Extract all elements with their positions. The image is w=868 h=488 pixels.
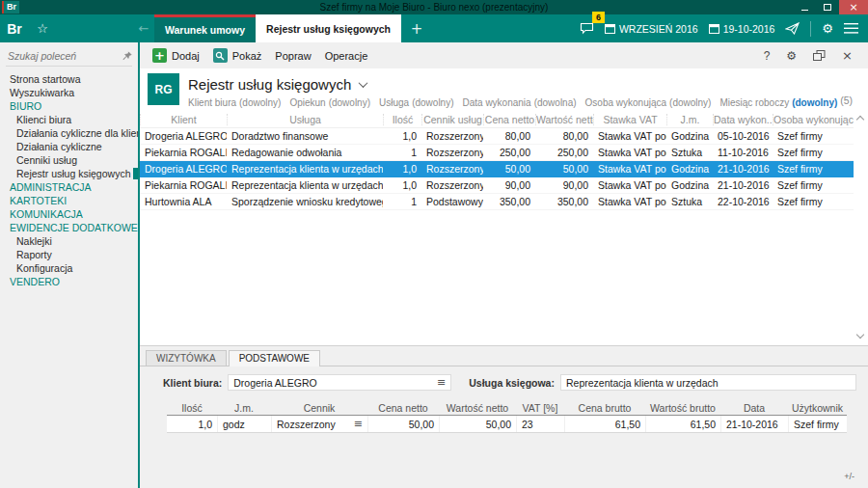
detail-tab[interactable]: WIZYTÓWKA — [146, 350, 227, 366]
sidebar-item[interactable]: BIURO — [0, 99, 138, 113]
view-settings-gear-icon[interactable]: ⚙ — [786, 49, 797, 63]
sidebar-item[interactable]: Wyszukiwarka — [0, 86, 138, 99]
cell-cennik[interactable]: Rozszerzony ≡ — [271, 416, 367, 432]
paper-plane-icon — [785, 22, 800, 35]
sidebar-item[interactable]: Konfiguracja — [0, 261, 138, 275]
search-input[interactable] — [6, 49, 114, 63]
filter-name: Miesiąc roboczy — [719, 97, 789, 108]
service-field[interactable]: Reprezentacja klienta w urzędach — [560, 374, 856, 391]
cell-klient: Piekarnia ROGALIK — [140, 147, 227, 158]
column-header[interactable]: Stawka VAT — [593, 114, 666, 125]
column-header[interactable]: Cena netto — [483, 114, 535, 125]
cell-data-wykonania: 11-10-2016 — [713, 147, 773, 158]
help-button[interactable]: ? — [764, 49, 771, 63]
sidebar-item[interactable]: Działania cykliczne — [0, 140, 138, 153]
sidebar-item[interactable]: Naklejki — [0, 234, 138, 248]
sidebar-item-label: Wyszukiwarka — [10, 87, 74, 98]
app-logo[interactable]: Br — [0, 14, 29, 42]
filter[interactable]: Miesiąc roboczy (dowolny) — [719, 97, 837, 108]
send-button[interactable] — [785, 22, 800, 35]
filter[interactable]: Usługa (dowolny) — [379, 97, 454, 108]
scroll-up-button[interactable] — [857, 117, 863, 122]
filter[interactable]: Data wykonania (dowolna) — [463, 97, 577, 108]
minimize-button[interactable] — [793, 0, 816, 14]
column-header[interactable]: Usługa — [227, 114, 383, 125]
scroll-down-button[interactable] — [857, 332, 863, 338]
settings-gear-icon[interactable]: ⚙ — [822, 22, 833, 35]
show-button[interactable]: Pokaż — [206, 45, 269, 67]
tab-warunek-umowy[interactable]: Warunek umowy — [154, 14, 256, 42]
client-field[interactable]: Drogeria ALEGRO ≡ — [228, 374, 451, 391]
cell-klient: Drogeria ALEGRO — [140, 130, 227, 142]
current-date-picker[interactable]: 19-10-2016 — [709, 23, 775, 35]
back-icon[interactable]: ← — [133, 14, 154, 42]
notifications-button[interactable]: 6 — [580, 22, 594, 35]
new-tab-button[interactable]: + — [401, 14, 432, 42]
sidebar-item[interactable]: KOMUNIKACJA — [0, 207, 138, 221]
operations-button[interactable]: Operacje — [318, 45, 375, 67]
column-header[interactable]: Cennik usług — [421, 114, 483, 125]
dropdown-menu-icon[interactable]: ≡ — [354, 419, 363, 429]
sidebar-item[interactable]: Raporty — [0, 248, 138, 261]
content: + Dodaj Pokaż Popraw Operacje ? ⚙ — [140, 42, 868, 488]
table-row[interactable]: Drogeria ALEGRO Doradztwo finansowe 1,0 … — [140, 128, 854, 145]
tab-rejestr-uslug-ksiegowych[interactable]: Rejestr usług księgowych — [256, 14, 401, 42]
favorites-star-icon[interactable]: ☆ — [29, 14, 56, 42]
window-controls: × — [793, 0, 868, 14]
menu-button[interactable] — [844, 23, 858, 34]
service-label: Usługa księgowa: — [469, 377, 555, 389]
column-header[interactable]: Ilość — [383, 114, 421, 125]
sidebar-item[interactable]: Cenniki usług — [0, 153, 138, 167]
filter[interactable]: Opiekun (dowolny) — [289, 97, 370, 108]
work-month-label: WRZESIEŃ 2016 — [619, 23, 698, 35]
table-row[interactable]: Drogeria ALEGRO Reprezentacja klienta w … — [140, 161, 854, 177]
sidebar-item[interactable]: Działania cykliczne dla klienta — [0, 126, 138, 140]
cell-cena-netto: 90,00 — [483, 179, 535, 191]
module-badge: RG — [148, 73, 179, 105]
cell-cena-netto: 80,00 — [483, 130, 535, 142]
work-month-picker[interactable]: WRZESIEŃ 2016 — [605, 23, 698, 35]
sidebar-item[interactable]: Strona startowa — [0, 72, 138, 86]
column-header[interactable]: Klient — [140, 114, 227, 125]
table-row[interactable]: Hurtownia ALA Sporządzenie wniosku kredy… — [140, 194, 854, 210]
table-row[interactable]: Piekarnia ROGALIK Reprezentacja klienta … — [140, 177, 854, 194]
cell-wartosc-netto: 250,00 — [535, 147, 593, 158]
cascade-windows-button[interactable] — [813, 50, 826, 62]
cell-ilosc: 1 — [383, 196, 421, 207]
detail-tab[interactable]: PODSTAWOWE — [229, 350, 320, 366]
edit-label: Popraw — [275, 50, 311, 62]
cell-cennik-uslug: Rozszerzony — [421, 147, 483, 158]
detail-column-header: Cena brutto — [564, 402, 645, 414]
column-header[interactable]: J.m. — [666, 114, 713, 125]
sidebar-item[interactable]: VENDERO — [0, 275, 138, 288]
field-menu-icon[interactable]: ≡ — [437, 377, 446, 388]
sidebar-item[interactable]: Rejestr usług księgowych — [0, 167, 138, 180]
sidebar-item[interactable]: EWIDENCJE DODATKOWE — [0, 221, 138, 234]
column-header[interactable]: Wartość netto — [535, 114, 593, 125]
maximize-button[interactable] — [816, 0, 839, 14]
sidebar-item[interactable]: KARTOTEKI — [0, 194, 138, 207]
table-row[interactable]: Piekarnia ROGALIK Redagowanie odwołania … — [140, 145, 854, 161]
filter-name: Opiekun — [289, 97, 325, 108]
filter[interactable]: Osoba wykonująca (dowolny) — [585, 97, 712, 108]
cell-osoba-wykonujaca: Szef firmy — [773, 130, 854, 142]
sidebar-item-label: Działania cykliczne — [16, 141, 102, 152]
cell-stawka-vat: Stawka VAT podst... — [593, 196, 666, 207]
detail-grid-row[interactable]: 1,0 godz Rozszerzony ≡ 50,00 50,00 23 61… — [167, 416, 847, 433]
close-view-button[interactable]: × — [842, 48, 853, 63]
add-button[interactable]: + Dodaj — [146, 45, 206, 67]
sidebar: Strona startowa Wyszukiwarka BIURO Klien… — [0, 42, 140, 488]
close-button[interactable]: × — [839, 0, 868, 14]
sidebar-item[interactable]: ADMINISTRACJA — [0, 180, 138, 194]
sidebar-item-label: KOMUNIKACJA — [10, 208, 83, 220]
sidebar-item-label: Naklejki — [16, 235, 52, 247]
sidebar-item[interactable]: Klienci biura — [0, 113, 138, 126]
column-header[interactable]: Data wykon... — [713, 114, 773, 125]
column-header[interactable]: Osoba wykonująca — [773, 114, 854, 125]
chevron-down-icon[interactable] — [359, 78, 368, 88]
table-body: Drogeria ALEGRO Doradztwo finansowe 1,0 … — [140, 128, 854, 210]
command-search[interactable] — [6, 46, 132, 67]
filter[interactable]: Klient biura (dowolny) — [188, 97, 281, 108]
edit-button[interactable]: Popraw — [268, 45, 317, 67]
pin-icon[interactable] — [122, 51, 132, 61]
